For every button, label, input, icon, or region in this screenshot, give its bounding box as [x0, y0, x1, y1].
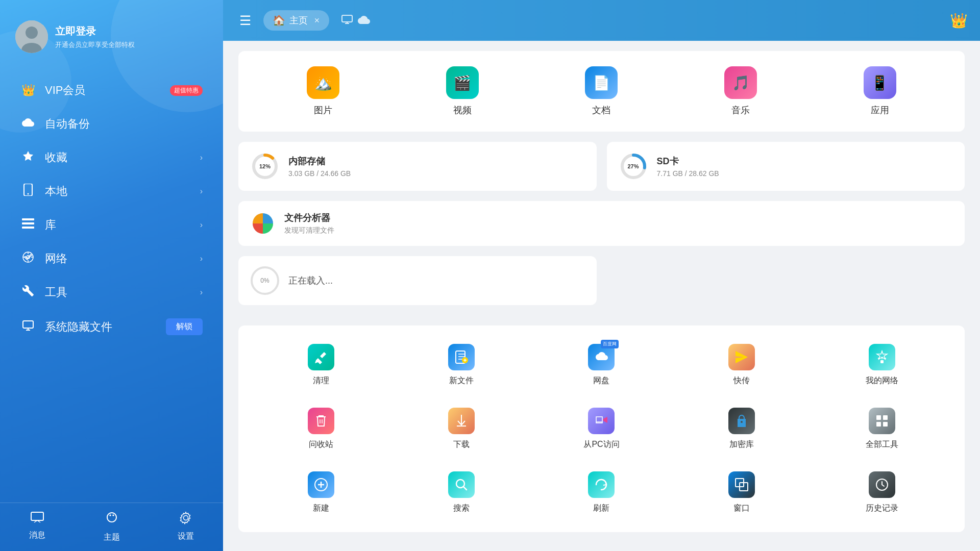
settings-label: 设置: [178, 531, 194, 542]
tool-clean[interactable]: 清理: [254, 336, 389, 394]
docs-icon: 📄: [585, 66, 618, 99]
new-label: 新建: [313, 503, 329, 514]
messages-icon: [30, 511, 44, 527]
filetype-apps[interactable]: 📱 应用: [848, 61, 912, 121]
svg-rect-11: [342, 15, 352, 22]
vault-label: 加密库: [729, 439, 754, 450]
filetype-video[interactable]: 🎬 视频: [431, 61, 494, 121]
loading-card: 0% 正在载入...: [238, 256, 597, 305]
user-section[interactable]: 立即登录 开通会员立即享受全部特权: [0, 0, 223, 68]
tools-grid: 清理 新文件 百度网 网盘: [254, 336, 949, 522]
my-network-label: 我的网络: [866, 375, 898, 386]
main-content: ☰ 🏠 主页 ✕ 👑 🏔️ 图片 🎬 视频: [223, 0, 980, 551]
video-icon: 🎬: [446, 66, 479, 99]
tool-netdisk[interactable]: 百度网 网盘: [534, 336, 669, 394]
download-icon: [448, 408, 475, 434]
tool-refresh[interactable]: 刷新: [534, 463, 669, 522]
tools-icon: [20, 285, 36, 300]
music-label: 音乐: [731, 104, 750, 116]
crown-icon[interactable]: 👑: [950, 13, 968, 29]
unlock-button[interactable]: 解锁: [166, 318, 203, 335]
sidebar-item-hidden[interactable]: 系统隐藏文件 解锁: [0, 309, 223, 344]
sdcard-storage-card[interactable]: 27% SD卡 7.71 GB / 28.62 GB: [607, 142, 965, 191]
tool-trash[interactable]: 问收站: [254, 399, 389, 458]
sidebar: 立即登录 开通会员立即享受全部特权 👑 VIP会员 超值特惠 自动备份 收藏 ›: [0, 0, 223, 551]
menu-button[interactable]: ☰: [235, 9, 255, 33]
tab-home-label: 主页: [289, 14, 308, 27]
loading-text: 正在载入...: [288, 274, 333, 287]
filetype-music[interactable]: 🎵 音乐: [709, 61, 772, 121]
vault-icon: [728, 408, 755, 434]
tab-icon-cloud[interactable]: [358, 14, 370, 27]
tool-pc-access[interactable]: 从PC访问: [534, 399, 669, 458]
theme-label: 主题: [104, 532, 120, 543]
tool-new[interactable]: 新建: [254, 463, 389, 522]
sidebar-item-favorites[interactable]: 收藏 ›: [0, 141, 223, 174]
svg-rect-19: [880, 360, 884, 363]
sidebar-item-local[interactable]: 本地 ›: [0, 174, 223, 208]
tool-history[interactable]: 历史记录: [814, 463, 949, 522]
analyzer-info: 文件分析器 发现可清理文件: [284, 212, 334, 235]
pc-access-icon: [588, 408, 615, 434]
new-file-label: 新文件: [449, 375, 474, 386]
home-icon: 🏠: [273, 14, 285, 27]
tool-search[interactable]: 搜索: [394, 463, 529, 522]
svg-point-1: [26, 27, 38, 39]
backup-label: 自动备份: [45, 116, 203, 132]
tab-home[interactable]: 🏠 主页 ✕: [263, 10, 329, 31]
history-label: 历史记录: [866, 503, 898, 514]
music-icon: 🎵: [724, 66, 757, 99]
tool-vault[interactable]: 加密库: [674, 399, 810, 458]
svg-point-4: [28, 193, 29, 195]
bottom-messages[interactable]: 消息: [0, 503, 75, 551]
images-label: 图片: [314, 104, 332, 116]
all-tools-label: 全部工具: [866, 439, 898, 450]
library-label: 库: [45, 217, 191, 233]
sidebar-item-network[interactable]: 网络 ›: [0, 242, 223, 276]
pie-icon: [251, 211, 275, 236]
sdcard-pct: 27%: [627, 163, 639, 169]
bottom-theme[interactable]: 主题: [75, 503, 149, 551]
trash-label: 问收站: [309, 439, 333, 450]
svg-rect-5: [22, 218, 34, 220]
sidebar-item-tools[interactable]: 工具 ›: [0, 276, 223, 309]
sidebar-item-vip[interactable]: 👑 VIP会员 超值特惠: [0, 73, 223, 107]
file-types-row: 🏔️ 图片 🎬 视频 📄 文档 🎵 音乐 📱 应用: [238, 51, 965, 132]
tab-icons: [341, 14, 370, 27]
trash-icon: [308, 408, 334, 434]
tool-download[interactable]: 下载: [394, 399, 529, 458]
tool-all-tools[interactable]: 全部工具: [814, 399, 949, 458]
images-icon: 🏔️: [307, 66, 339, 99]
analyzer-title: 文件分析器: [284, 212, 334, 224]
sidebar-item-backup[interactable]: 自动备份: [0, 107, 223, 141]
tool-window[interactable]: 窗口: [674, 463, 810, 522]
sidebar-item-library[interactable]: 库 ›: [0, 208, 223, 242]
video-label: 视频: [453, 104, 472, 116]
file-analyzer-card[interactable]: 文件分析器 发现可清理文件: [238, 201, 965, 246]
tab-icon-monitor[interactable]: [341, 14, 353, 27]
svg-rect-22: [876, 422, 881, 427]
local-arrow: ›: [200, 187, 203, 196]
internal-size: 3.03 GB / 24.66 GB: [288, 169, 351, 178]
internal-donut: 12%: [251, 152, 279, 181]
tab-close-button[interactable]: ✕: [314, 16, 320, 24]
settings-icon: [179, 511, 192, 528]
internal-storage-card[interactable]: 12% 内部存储 3.03 GB / 24.66 GB: [238, 142, 597, 191]
hidden-icon: [20, 319, 36, 335]
tool-my-network[interactable]: 我的网络: [814, 336, 949, 394]
network-icon: [20, 251, 36, 266]
new-file-icon: [448, 344, 475, 370]
filetype-docs[interactable]: 📄 文档: [570, 61, 633, 121]
tool-quick-send[interactable]: 快传: [674, 336, 810, 394]
tool-new-file[interactable]: 新文件: [394, 336, 529, 394]
user-info: 立即登录 开通会员立即享受全部特权: [55, 24, 135, 49]
avatar[interactable]: [15, 20, 48, 53]
network-label: 网络: [45, 251, 191, 266]
theme-icon: [106, 511, 118, 529]
quick-send-icon: [728, 344, 755, 370]
filetype-images[interactable]: 🏔️ 图片: [291, 61, 355, 121]
clean-label: 清理: [313, 375, 329, 386]
loading-percent: 0%: [251, 266, 279, 295]
user-login-label[interactable]: 立即登录: [55, 24, 135, 38]
bottom-settings[interactable]: 设置: [149, 503, 223, 551]
